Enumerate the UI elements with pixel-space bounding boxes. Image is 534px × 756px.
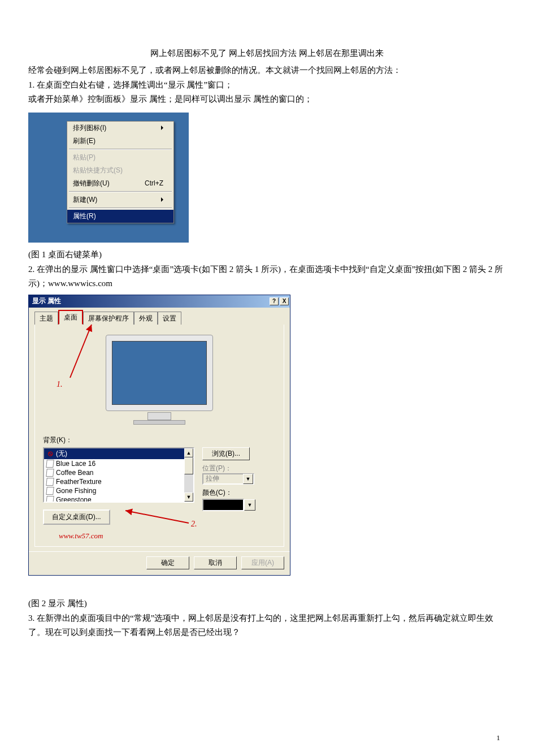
menu-separator: [69, 208, 172, 209]
list-item-label: (无): [56, 449, 67, 459]
list-item-label: Blue Lace 16: [56, 460, 95, 468]
figure2-caption: (图 2 显示 属性): [28, 598, 506, 609]
menu-arrange-icons[interactable]: 排列图标(I): [67, 122, 173, 135]
tab-theme[interactable]: 主题: [34, 312, 58, 325]
dropdown-icon: ▼: [243, 474, 253, 484]
step-1b: 或者开始菜单》控制面板》显示 属性；是同样可以调出显示 属性的窗口的；: [28, 92, 506, 107]
display-properties-dialog: 显示 属性 ? X 主题 桌面 屏幕保护程序 外观 设置 1.: [28, 295, 290, 576]
step-3: 3. 在新弹出的桌面项目中的“常规”选项中，网上邻居是没有打上勾的，这里把网上邻…: [28, 611, 506, 640]
menu-label: 刷新(E): [73, 136, 95, 146]
none-icon: ⦸: [46, 450, 54, 457]
menu-new[interactable]: 新建(W): [67, 193, 173, 206]
submenu-arrow-icon: [161, 197, 163, 202]
menu-paste: 粘贴(P): [67, 151, 173, 164]
list-item[interactable]: Blue Lace 16: [44, 459, 184, 468]
annotation-label-2: 2.: [191, 520, 197, 529]
annotation-arrow-1-icon: [64, 321, 98, 383]
tab-appearance[interactable]: 外观: [134, 312, 158, 325]
menu-separator: [69, 191, 172, 192]
menu-label: 新建(W): [73, 195, 97, 205]
list-item[interactable]: Coffee Bean: [44, 468, 184, 477]
background-label: 背景(K)：: [43, 435, 276, 445]
menu-shortcut: Ctrl+Z: [145, 179, 163, 187]
color-label: 颜色(C)：: [202, 488, 270, 498]
list-item[interactable]: ⦸ (无): [44, 448, 184, 459]
close-button[interactable]: X: [280, 297, 289, 305]
position-combo: 拉伸 ▼: [202, 473, 254, 485]
tab-strip: 主题 桌面 屏幕保护程序 外观 设置: [34, 312, 284, 325]
tab-desktop[interactable]: 桌面: [58, 310, 83, 325]
color-swatch: [202, 499, 244, 511]
bitmap-icon: [46, 460, 54, 467]
list-item[interactable]: Greenstone: [44, 495, 184, 502]
help-button[interactable]: ?: [270, 297, 279, 305]
intro-paragraph: 经常会碰到网上邻居图标不见了，或者网上邻居被删除的情况。本文就讲一个找回网上邻居…: [28, 63, 506, 78]
cancel-button[interactable]: 取消: [194, 556, 237, 569]
annotation-arrow-2-icon: [122, 505, 196, 528]
menu-refresh[interactable]: 刷新(E): [67, 135, 173, 148]
color-picker[interactable]: ▼: [202, 499, 270, 511]
menu-label: 粘贴(P): [73, 153, 95, 162]
scrollbar[interactable]: ▲ ▼: [184, 448, 193, 502]
dialog-footer: 确定 取消 应用(A): [29, 551, 290, 575]
background-listbox[interactable]: ⦸ (无) Blue Lace 16 Coffee Bean: [43, 447, 194, 503]
svg-line-1: [125, 511, 189, 523]
context-menu: 排列图标(I) 刷新(E) 粘贴(P) 粘贴快捷方式(S) 撤销删除(U) Ct…: [67, 121, 174, 223]
monitor-preview: [106, 335, 213, 425]
list-item-label: FeatherTexture: [56, 478, 102, 486]
submenu-arrow-icon: [161, 126, 163, 130]
menu-label: 粘贴快捷方式(S): [73, 166, 123, 175]
bitmap-icon: [46, 478, 54, 485]
watermark-text: www.tw57.com: [59, 532, 276, 541]
dialog-titlebar[interactable]: 显示 属性 ? X: [29, 295, 290, 308]
browse-button[interactable]: 浏览(B)...: [202, 447, 250, 460]
page-title: 网上邻居图标不见了 网上邻居找回方法 网上邻居在那里调出来: [28, 48, 506, 59]
tab-desktop-panel: 1. 背景(K)： ⦸ (无): [34, 325, 284, 547]
list-item-label: Gone Fishing: [56, 487, 96, 495]
step-2: 2. 在弹出的显示 属性窗口中选择“桌面”选项卡(如下图 2 箭头 1 所示)，…: [28, 262, 506, 291]
list-item-label: Greenstone: [56, 496, 92, 502]
scroll-thumb[interactable]: [184, 457, 193, 474]
position-label: 位置(P)：: [202, 464, 270, 473]
tab-settings[interactable]: 设置: [158, 312, 181, 325]
step-1a: 1. 在桌面空白处右键，选择属性调出“显示 属性”窗口；: [28, 78, 506, 93]
bitmap-icon: [46, 487, 54, 494]
menu-label: 排列图标(I): [73, 123, 106, 133]
menu-label: 属性(R): [73, 211, 96, 221]
svg-line-0: [70, 325, 92, 378]
bitmap-icon: [46, 496, 54, 502]
menu-separator: [69, 149, 172, 150]
menu-paste-shortcut: 粘贴快捷方式(S): [67, 164, 173, 177]
annotation-label-1: 1.: [57, 380, 63, 389]
desktop-background: 排列图标(I) 刷新(E) 粘贴(P) 粘贴快捷方式(S) 撤销删除(U) Ct…: [28, 113, 189, 243]
menu-properties[interactable]: 属性(R): [67, 210, 173, 223]
list-item[interactable]: Gone Fishing: [44, 486, 184, 495]
bitmap-icon: [46, 469, 54, 476]
scroll-down-icon[interactable]: ▼: [184, 493, 193, 502]
menu-undo-delete[interactable]: 撤销删除(U) Ctrl+Z: [67, 177, 173, 190]
dialog-title: 显示 属性: [32, 296, 61, 306]
apply-button: 应用(A): [241, 556, 284, 569]
menu-label: 撤销删除(U): [73, 179, 110, 188]
figure1-caption: (图 1 桌面右键菜单): [28, 249, 506, 260]
page-number: 1: [497, 733, 501, 742]
ok-button[interactable]: 确定: [146, 556, 189, 569]
scroll-up-icon[interactable]: ▲: [184, 448, 193, 457]
position-value: 拉伸: [206, 474, 219, 483]
customize-desktop-button[interactable]: 自定义桌面(D)...: [43, 509, 110, 525]
dropdown-icon[interactable]: ▼: [244, 499, 255, 511]
list-item[interactable]: FeatherTexture: [44, 477, 184, 486]
list-item-label: Coffee Bean: [56, 469, 94, 477]
tab-screensaver[interactable]: 屏幕保护程序: [83, 312, 134, 325]
